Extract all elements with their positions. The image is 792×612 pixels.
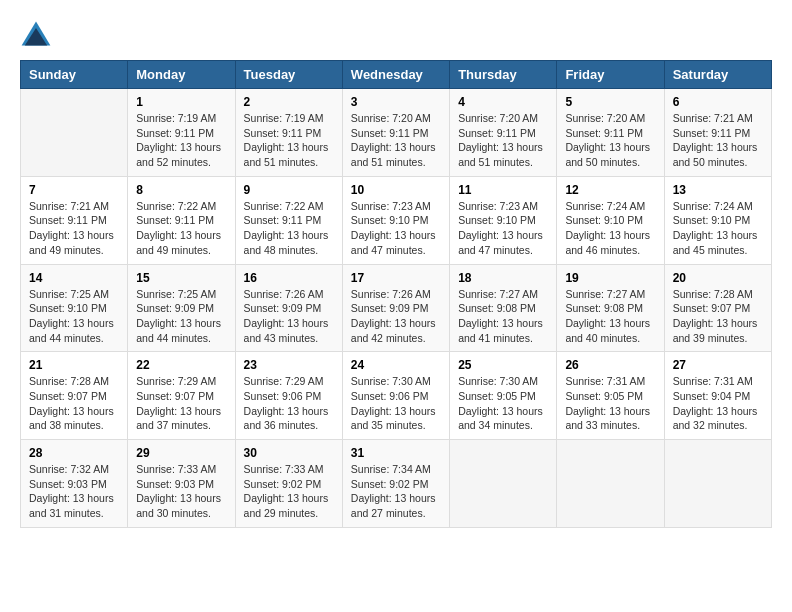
day-cell: 21Sunrise: 7:28 AM Sunset: 9:07 PM Dayli… xyxy=(21,352,128,440)
day-info: Sunrise: 7:20 AM Sunset: 9:11 PM Dayligh… xyxy=(565,111,655,170)
day-cell: 17Sunrise: 7:26 AM Sunset: 9:09 PM Dayli… xyxy=(342,264,449,352)
day-number: 1 xyxy=(136,95,226,109)
day-number: 26 xyxy=(565,358,655,372)
day-number: 19 xyxy=(565,271,655,285)
day-number: 10 xyxy=(351,183,441,197)
day-info: Sunrise: 7:30 AM Sunset: 9:06 PM Dayligh… xyxy=(351,374,441,433)
day-info: Sunrise: 7:19 AM Sunset: 9:11 PM Dayligh… xyxy=(244,111,334,170)
day-info: Sunrise: 7:33 AM Sunset: 9:03 PM Dayligh… xyxy=(136,462,226,521)
header-cell-monday: Monday xyxy=(128,61,235,89)
day-cell: 27Sunrise: 7:31 AM Sunset: 9:04 PM Dayli… xyxy=(664,352,771,440)
day-number: 18 xyxy=(458,271,548,285)
day-cell: 24Sunrise: 7:30 AM Sunset: 9:06 PM Dayli… xyxy=(342,352,449,440)
week-row-3: 14Sunrise: 7:25 AM Sunset: 9:10 PM Dayli… xyxy=(21,264,772,352)
header-row: SundayMondayTuesdayWednesdayThursdayFrid… xyxy=(21,61,772,89)
day-cell: 25Sunrise: 7:30 AM Sunset: 9:05 PM Dayli… xyxy=(450,352,557,440)
day-info: Sunrise: 7:28 AM Sunset: 9:07 PM Dayligh… xyxy=(673,287,763,346)
day-info: Sunrise: 7:25 AM Sunset: 9:10 PM Dayligh… xyxy=(29,287,119,346)
day-number: 24 xyxy=(351,358,441,372)
day-number: 29 xyxy=(136,446,226,460)
day-number: 9 xyxy=(244,183,334,197)
day-cell: 7Sunrise: 7:21 AM Sunset: 9:11 PM Daylig… xyxy=(21,176,128,264)
day-cell: 29Sunrise: 7:33 AM Sunset: 9:03 PM Dayli… xyxy=(128,440,235,528)
day-info: Sunrise: 7:27 AM Sunset: 9:08 PM Dayligh… xyxy=(458,287,548,346)
day-number: 30 xyxy=(244,446,334,460)
day-info: Sunrise: 7:28 AM Sunset: 9:07 PM Dayligh… xyxy=(29,374,119,433)
day-cell: 1Sunrise: 7:19 AM Sunset: 9:11 PM Daylig… xyxy=(128,89,235,177)
day-cell xyxy=(21,89,128,177)
day-number: 3 xyxy=(351,95,441,109)
day-number: 12 xyxy=(565,183,655,197)
day-cell: 11Sunrise: 7:23 AM Sunset: 9:10 PM Dayli… xyxy=(450,176,557,264)
day-cell: 13Sunrise: 7:24 AM Sunset: 9:10 PM Dayli… xyxy=(664,176,771,264)
header-cell-thursday: Thursday xyxy=(450,61,557,89)
day-number: 15 xyxy=(136,271,226,285)
day-number: 2 xyxy=(244,95,334,109)
day-cell: 23Sunrise: 7:29 AM Sunset: 9:06 PM Dayli… xyxy=(235,352,342,440)
day-number: 8 xyxy=(136,183,226,197)
header xyxy=(20,20,772,52)
day-number: 13 xyxy=(673,183,763,197)
day-number: 7 xyxy=(29,183,119,197)
day-info: Sunrise: 7:30 AM Sunset: 9:05 PM Dayligh… xyxy=(458,374,548,433)
day-info: Sunrise: 7:33 AM Sunset: 9:02 PM Dayligh… xyxy=(244,462,334,521)
day-cell: 19Sunrise: 7:27 AM Sunset: 9:08 PM Dayli… xyxy=(557,264,664,352)
day-cell xyxy=(450,440,557,528)
day-info: Sunrise: 7:22 AM Sunset: 9:11 PM Dayligh… xyxy=(244,199,334,258)
header-cell-friday: Friday xyxy=(557,61,664,89)
day-number: 21 xyxy=(29,358,119,372)
day-number: 31 xyxy=(351,446,441,460)
day-info: Sunrise: 7:20 AM Sunset: 9:11 PM Dayligh… xyxy=(458,111,548,170)
day-number: 17 xyxy=(351,271,441,285)
day-cell xyxy=(664,440,771,528)
day-cell: 15Sunrise: 7:25 AM Sunset: 9:09 PM Dayli… xyxy=(128,264,235,352)
week-row-4: 21Sunrise: 7:28 AM Sunset: 9:07 PM Dayli… xyxy=(21,352,772,440)
logo xyxy=(20,20,56,52)
day-info: Sunrise: 7:21 AM Sunset: 9:11 PM Dayligh… xyxy=(673,111,763,170)
week-row-1: 1Sunrise: 7:19 AM Sunset: 9:11 PM Daylig… xyxy=(21,89,772,177)
day-cell: 3Sunrise: 7:20 AM Sunset: 9:11 PM Daylig… xyxy=(342,89,449,177)
calendar-table: SundayMondayTuesdayWednesdayThursdayFrid… xyxy=(20,60,772,528)
day-cell: 30Sunrise: 7:33 AM Sunset: 9:02 PM Dayli… xyxy=(235,440,342,528)
day-number: 6 xyxy=(673,95,763,109)
day-info: Sunrise: 7:23 AM Sunset: 9:10 PM Dayligh… xyxy=(351,199,441,258)
day-info: Sunrise: 7:31 AM Sunset: 9:04 PM Dayligh… xyxy=(673,374,763,433)
day-cell: 5Sunrise: 7:20 AM Sunset: 9:11 PM Daylig… xyxy=(557,89,664,177)
day-cell: 14Sunrise: 7:25 AM Sunset: 9:10 PM Dayli… xyxy=(21,264,128,352)
day-info: Sunrise: 7:27 AM Sunset: 9:08 PM Dayligh… xyxy=(565,287,655,346)
day-number: 25 xyxy=(458,358,548,372)
day-cell: 12Sunrise: 7:24 AM Sunset: 9:10 PM Dayli… xyxy=(557,176,664,264)
header-cell-saturday: Saturday xyxy=(664,61,771,89)
day-cell: 18Sunrise: 7:27 AM Sunset: 9:08 PM Dayli… xyxy=(450,264,557,352)
day-number: 20 xyxy=(673,271,763,285)
day-cell: 22Sunrise: 7:29 AM Sunset: 9:07 PM Dayli… xyxy=(128,352,235,440)
day-number: 28 xyxy=(29,446,119,460)
week-row-5: 28Sunrise: 7:32 AM Sunset: 9:03 PM Dayli… xyxy=(21,440,772,528)
day-number: 23 xyxy=(244,358,334,372)
day-cell: 28Sunrise: 7:32 AM Sunset: 9:03 PM Dayli… xyxy=(21,440,128,528)
day-number: 14 xyxy=(29,271,119,285)
day-cell xyxy=(557,440,664,528)
day-info: Sunrise: 7:31 AM Sunset: 9:05 PM Dayligh… xyxy=(565,374,655,433)
day-number: 27 xyxy=(673,358,763,372)
header-cell-wednesday: Wednesday xyxy=(342,61,449,89)
day-cell: 6Sunrise: 7:21 AM Sunset: 9:11 PM Daylig… xyxy=(664,89,771,177)
day-cell: 31Sunrise: 7:34 AM Sunset: 9:02 PM Dayli… xyxy=(342,440,449,528)
header-cell-tuesday: Tuesday xyxy=(235,61,342,89)
day-info: Sunrise: 7:19 AM Sunset: 9:11 PM Dayligh… xyxy=(136,111,226,170)
day-number: 22 xyxy=(136,358,226,372)
day-cell: 8Sunrise: 7:22 AM Sunset: 9:11 PM Daylig… xyxy=(128,176,235,264)
day-cell: 4Sunrise: 7:20 AM Sunset: 9:11 PM Daylig… xyxy=(450,89,557,177)
day-cell: 10Sunrise: 7:23 AM Sunset: 9:10 PM Dayli… xyxy=(342,176,449,264)
day-cell: 9Sunrise: 7:22 AM Sunset: 9:11 PM Daylig… xyxy=(235,176,342,264)
day-info: Sunrise: 7:32 AM Sunset: 9:03 PM Dayligh… xyxy=(29,462,119,521)
day-info: Sunrise: 7:29 AM Sunset: 9:06 PM Dayligh… xyxy=(244,374,334,433)
logo-icon xyxy=(20,20,52,52)
day-info: Sunrise: 7:20 AM Sunset: 9:11 PM Dayligh… xyxy=(351,111,441,170)
day-number: 4 xyxy=(458,95,548,109)
day-info: Sunrise: 7:24 AM Sunset: 9:10 PM Dayligh… xyxy=(673,199,763,258)
day-number: 5 xyxy=(565,95,655,109)
day-number: 16 xyxy=(244,271,334,285)
day-number: 11 xyxy=(458,183,548,197)
header-cell-sunday: Sunday xyxy=(21,61,128,89)
